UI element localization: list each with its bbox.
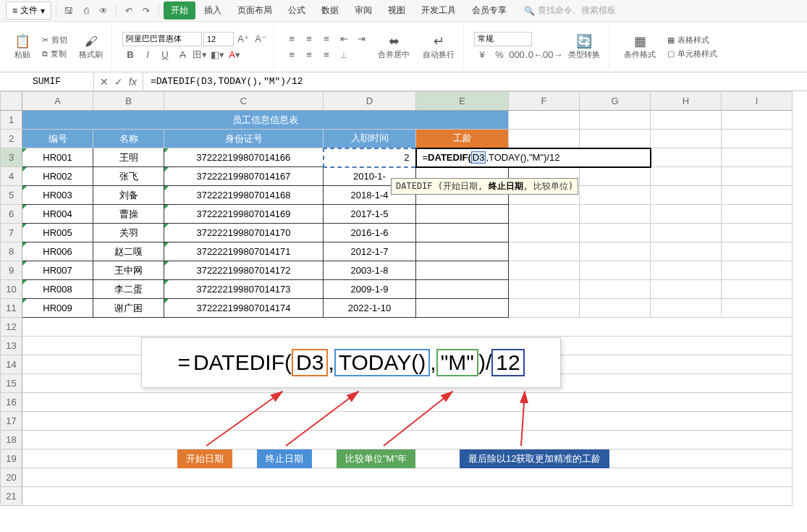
cell-E10[interactable] [416, 280, 509, 299]
preview-icon[interactable]: 👁 [96, 3, 111, 19]
cell-style-button[interactable]: ▢单元格样式 [664, 48, 720, 60]
align-left-button[interactable]: ≡ [284, 48, 300, 62]
cell[interactable] [651, 242, 722, 261]
header-id[interactable]: 编号 [22, 130, 93, 148]
strike-button[interactable]: A̶ [174, 48, 190, 62]
cell-C9[interactable]: 372222199807014172 [164, 261, 324, 280]
cell-D7[interactable]: 2016-1-6 [324, 224, 416, 242]
print-icon[interactable]: ⎙ [78, 3, 94, 19]
row-header-16[interactable]: 16 [1, 393, 22, 412]
row-header-21[interactable]: 21 [1, 487, 22, 506]
align-middle-button[interactable]: ≡ [301, 32, 317, 46]
cell[interactable] [22, 487, 793, 506]
cell-B11[interactable]: 谢广困 [93, 299, 164, 318]
indent-dec-button[interactable]: ⇤ [336, 32, 352, 46]
cell-B10[interactable]: 李二蛋 [93, 280, 164, 299]
col-header-E[interactable]: E [416, 92, 509, 111]
formula-input[interactable]: =DATEDIF(D3,TODAY(),"M")/12 [143, 76, 807, 87]
cell-E7[interactable] [416, 224, 509, 242]
cell-A4[interactable]: HR002 [22, 167, 93, 186]
cell[interactable] [651, 130, 722, 148]
cell-E6[interactable] [416, 205, 509, 224]
align-top-button[interactable]: ≡ [284, 32, 300, 46]
cell-A5[interactable]: HR003 [22, 186, 93, 205]
cell[interactable] [580, 186, 651, 205]
cell-E3-editing[interactable]: =DATEDIF(D3,TODAY(),"M")/12 [416, 148, 651, 167]
cell-B8[interactable]: 赵二嘎 [93, 242, 164, 261]
row-header-2[interactable]: 2 [1, 130, 22, 148]
cell[interactable] [509, 111, 580, 130]
cell[interactable] [722, 299, 793, 318]
tab-dev[interactable]: 开发工具 [414, 1, 463, 20]
dec-decimal-button[interactable]: .00→ [544, 48, 559, 62]
copy-button[interactable]: ⧉复制 [39, 48, 70, 60]
cell[interactable] [509, 261, 580, 280]
cell[interactable] [580, 280, 651, 299]
cell-B6[interactable]: 曹操 [93, 205, 164, 224]
cell-A6[interactable]: HR004 [22, 205, 93, 224]
cell-C8[interactable]: 372222199807014171 [164, 242, 324, 261]
cell-E8[interactable] [416, 242, 509, 261]
cell-C7[interactable]: 372222199807014170 [164, 224, 324, 242]
col-header-H[interactable]: H [651, 92, 722, 111]
col-header-B[interactable]: B [93, 92, 164, 111]
comma-button[interactable]: 000 [509, 48, 525, 62]
cell[interactable] [651, 280, 722, 299]
cell-D8[interactable]: 2012-1-7 [324, 242, 416, 261]
cell[interactable] [651, 111, 722, 130]
bold-button[interactable]: B [122, 48, 138, 62]
type-convert-button[interactable]: 🔄类型转换 [564, 32, 604, 62]
currency-button[interactable]: ¥ [474, 48, 490, 62]
cancel-formula-button[interactable]: ✕ [100, 76, 109, 88]
border-button[interactable]: 田▾ [192, 48, 208, 62]
merge-center-button[interactable]: ⬌合并居中 [373, 32, 414, 62]
cell[interactable] [651, 186, 722, 205]
cell[interactable] [580, 205, 651, 224]
row-header-18[interactable]: 18 [1, 431, 22, 449]
header-idcard[interactable]: 身份证号 [164, 130, 324, 148]
col-header-C[interactable]: C [164, 92, 324, 111]
cell-E11[interactable] [416, 299, 509, 318]
col-header-G[interactable]: G [580, 92, 651, 111]
tab-start[interactable]: 开始 [164, 1, 195, 20]
align-center-button[interactable]: ≡ [301, 48, 317, 62]
cell-B9[interactable]: 王中网 [93, 261, 164, 280]
cell-C3[interactable]: 372222199807014166 [164, 148, 324, 167]
name-box[interactable]: SUMIF [0, 72, 94, 90]
save-icon[interactable]: 🖫 [61, 3, 77, 19]
cell[interactable] [509, 299, 580, 318]
cell-B5[interactable]: 刘备 [93, 186, 164, 205]
percent-button[interactable]: % [491, 48, 507, 62]
cell[interactable] [651, 261, 722, 280]
file-menu[interactable]: ≡ 文件 ▾ [6, 1, 51, 20]
cell-A11[interactable]: HR009 [22, 299, 93, 318]
cell[interactable] [722, 242, 793, 261]
row-header-3[interactable]: 3 [1, 148, 22, 167]
row-header-15[interactable]: 15 [1, 374, 22, 393]
cell[interactable] [722, 130, 793, 148]
row-header-13[interactable]: 13 [1, 337, 22, 355]
cell-D3[interactable]: 2 [324, 148, 416, 167]
cell-A7[interactable]: HR005 [22, 224, 93, 242]
fx-icon[interactable]: fx [129, 76, 137, 88]
cell[interactable] [651, 148, 722, 167]
cell-A9[interactable]: HR007 [22, 261, 93, 280]
redo-icon[interactable]: ↷ [138, 3, 154, 19]
cell-C11[interactable]: 372222199807014174 [164, 299, 324, 318]
cell-A3[interactable]: HR001 [22, 148, 93, 167]
row-header-8[interactable]: 8 [1, 242, 22, 261]
cell[interactable] [651, 167, 722, 186]
cell-D11[interactable]: 2022-1-10 [324, 299, 416, 318]
cell-B7[interactable]: 关羽 [93, 224, 164, 242]
cell[interactable] [580, 261, 651, 280]
cell[interactable] [722, 167, 793, 186]
cell-C6[interactable]: 372222199807014169 [164, 205, 324, 224]
cell[interactable] [651, 224, 722, 242]
cell-A10[interactable]: HR008 [22, 280, 93, 299]
cell[interactable] [22, 318, 793, 337]
tab-data[interactable]: 数据 [314, 1, 346, 20]
fill-color-button[interactable]: ◧▾ [209, 48, 225, 62]
cell-B4[interactable]: 张飞 [93, 167, 164, 186]
tab-member[interactable]: 会员专享 [465, 1, 514, 20]
cell-D10[interactable]: 2009-1-9 [324, 280, 416, 299]
